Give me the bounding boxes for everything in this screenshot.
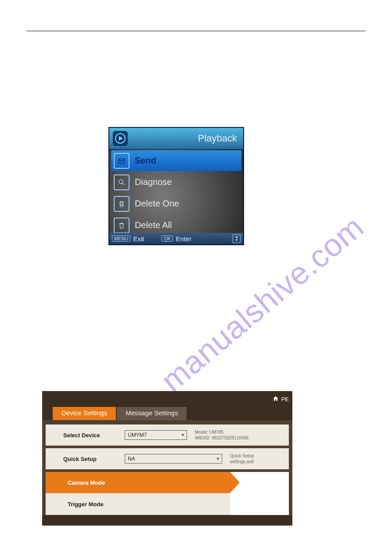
quick-setup-label: Quick Setup [63, 456, 125, 462]
menu-item-diagnose[interactable]: Diagnose [111, 172, 241, 192]
ok-button-label: OK [162, 236, 173, 242]
playback-footer: MENU Exit OK Enter ▲▼ [109, 233, 243, 244]
select-device-label: Select Device [63, 432, 125, 439]
settings-body: Select Device UMYM7 ▼ Model: UM785 IMEI/… [42, 420, 292, 515]
select-device-dropdown[interactable]: UMYM7 ▼ [125, 430, 187, 440]
tab-device-settings[interactable]: Device Settings [53, 407, 116, 420]
row-select-device: Select Device UMYM7 ▼ Model: UM785 IMEI/… [46, 424, 289, 446]
settings-screenshot: PE Device Settings Message Settings Sele… [42, 391, 292, 526]
chevron-down-icon: ▼ [181, 433, 185, 437]
delete-one-icon [114, 196, 129, 212]
menu-label: Delete One [135, 199, 179, 209]
menu-label: Diagnose [135, 177, 172, 187]
menu-item-send[interactable]: Send [111, 150, 241, 171]
horizontal-rule [26, 31, 366, 31]
device-meta: Model: UM785 IMEI/ID: 861075028118586 [195, 429, 248, 441]
menu-item-delete-one[interactable]: Delete One [111, 193, 241, 214]
chevron-down-icon: ▼ [216, 457, 220, 461]
menu-label: Send [135, 156, 156, 166]
select-device-value: UMYM7 [128, 432, 147, 438]
quick-setup-value: NA [128, 456, 135, 462]
quick-setup-hint: Quick Setup settings,and [230, 453, 254, 464]
playback-header: Playback [109, 128, 243, 149]
accordion-trigger-mode[interactable]: Trigger Mode [46, 493, 230, 515]
menu-label: Delete All [135, 220, 172, 230]
top-nav: PE [42, 391, 292, 407]
accordion: Camera Mode Trigger Mode [46, 472, 289, 515]
updown-arrows-icon: ▲▼ [233, 234, 241, 243]
playback-title: Playback [128, 133, 243, 144]
quick-setup-dropdown[interactable]: NA ▼ [125, 454, 222, 464]
svg-marker-1 [119, 136, 123, 141]
send-icon [114, 153, 129, 169]
playback-screenshot: Playback Send Diagnose Delete One Delete… [108, 127, 244, 245]
svg-point-3 [119, 180, 123, 184]
diagnose-icon [114, 174, 129, 190]
menu-item-delete-all[interactable]: Delete All [111, 215, 241, 236]
row-quick-setup: Quick Setup NA ▼ Quick Setup settings,an… [46, 448, 289, 469]
settings-tabs: Device Settings Message Settings [42, 407, 292, 420]
play-icon [113, 131, 128, 146]
delete-all-icon [114, 218, 129, 233]
menu-button-label: MENU [112, 236, 130, 242]
exit-label: Exit [133, 235, 144, 243]
tab-message-settings[interactable]: Message Settings [117, 407, 187, 420]
topnav-text: PE [281, 396, 289, 403]
accordion-camera-mode[interactable]: Camera Mode [46, 472, 230, 493]
enter-label: Enter [176, 235, 191, 243]
home-icon[interactable] [273, 395, 279, 403]
